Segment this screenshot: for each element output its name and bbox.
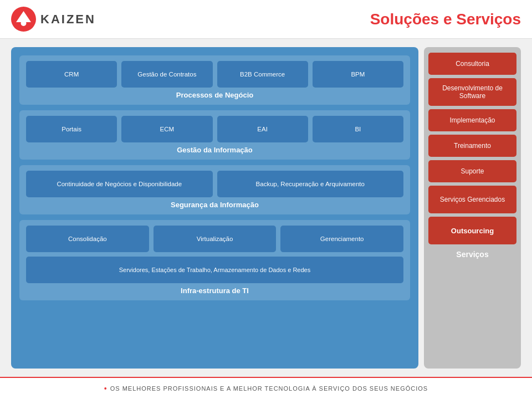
ecm-card: ECM [121,116,212,142]
consolidacao-card: Consolidação [26,226,149,252]
implementacao-card: Implementação [428,109,516,131]
page-title: Soluções e Serviços [370,11,521,28]
gestao-card-row: Portais ECM EAI BI [26,116,403,142]
virtualizacao-card: Virtualização [154,226,277,252]
kaizen-logo-icon [11,7,36,32]
crm-card: CRM [26,61,117,88]
right-panel: Consultoria Desenvolvimento de Software … [424,47,521,369]
portais-card: Portais [26,116,117,142]
processos-section: CRM Gestão de Contratos B2B Commerce BPM… [19,55,410,105]
logo-text: KAIZEN [40,12,96,27]
footer: • OS MELHORES PROFISSIONAIS E A MELHOR T… [0,377,532,399]
logo: KAIZEN [11,7,96,32]
treinamento-card: Treinamento [428,135,516,157]
gestao-section: Portais ECM EAI BI Gestão da Informação [19,110,410,160]
gestao-contratos-card: Gestão de Contratos [121,61,212,88]
footer-bullet: • [104,384,107,393]
seguranca-section: Continuidade de Negócios e Disponibilida… [19,165,410,214]
infra-section: Consolidação Virtualização Gerenciamento… [19,220,410,300]
seguranca-label: Segurança da Informação [26,201,403,209]
gerenciamento-card: Gerenciamento [280,226,403,252]
left-panel: CRM Gestão de Contratos B2B Commerce BPM… [11,47,418,369]
processos-card-row: CRM Gestão de Contratos B2B Commerce BPM [26,61,403,88]
seguranca-card-row: Continuidade de Negócios e Disponibilida… [26,171,403,197]
infra-label: Infra-estrutura de TI [26,287,403,295]
main-content: CRM Gestão de Contratos B2B Commerce BPM… [0,39,532,377]
footer-text: OS MELHORES PROFISSIONAIS E A MELHOR TEC… [110,385,428,392]
servicos-gerenciados-card: Serviços Gerenciados [428,186,516,213]
gestao-label: Gestão da Informação [26,146,403,154]
dev-software-card: Desenvolvimento de Software [428,78,516,106]
infra-card-row: Consolidação Virtualização Gerenciamento [26,226,403,252]
b2b-commerce-card: B2B Commerce [217,61,308,88]
servidores-card: Servidores, Estações de Trabalho, Armaze… [26,257,403,283]
outsourcing-card: Outsourcing [428,217,516,244]
svg-point-2 [21,21,27,26]
bi-card: BI [313,116,403,142]
consultoria-card: Consultoria [428,53,516,75]
backup-card: Backup, Recuperação e Arquivamento [217,171,404,197]
continuidade-card: Continuidade de Negócios e Disponibilida… [26,171,213,197]
processos-label: Processos de Negócio [26,91,403,99]
bpm-card: BPM [313,61,403,88]
eai-card: EAI [217,116,308,142]
suporte-card: Suporte [428,160,516,182]
servicos-title: Serviços [456,250,488,259]
header: KAIZEN Soluções e Serviços [0,0,532,39]
